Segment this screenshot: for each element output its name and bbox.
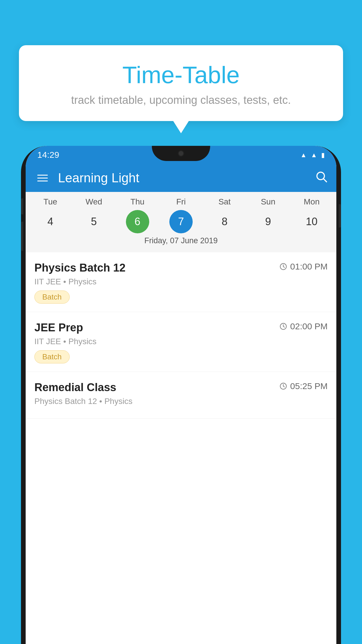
schedule-list: Physics Batch 12 01:00 PM IIT JEE • Phys… [26, 252, 336, 419]
day-header-sun: Sun [256, 197, 280, 206]
day-header-sat: Sat [213, 197, 236, 206]
status-time: 14:29 [37, 150, 59, 160]
signal-icon [311, 151, 317, 159]
app-header: Learning Light [26, 164, 336, 192]
search-icon[interactable] [315, 170, 328, 186]
schedule-time-0: 01:00 PM [279, 262, 328, 272]
day-number-7[interactable]: 7 [169, 210, 193, 233]
day-number-5[interactable]: 5 [82, 210, 106, 233]
notch [152, 146, 210, 161]
day-numbers: 45678910 [26, 210, 336, 233]
calendar-strip: TueWedThuFriSatSunMon 45678910 Friday, 0… [26, 192, 336, 252]
schedule-title-2: Remedial Class [34, 381, 116, 394]
schedule-subtitle-1: IIT JEE • Physics [34, 337, 328, 346]
power-button [339, 204, 341, 228]
battery-icon [321, 151, 325, 159]
schedule-item-0[interactable]: Physics Batch 12 01:00 PM IIT JEE • Phys… [26, 252, 336, 312]
day-header-mon: Mon [300, 197, 323, 206]
day-header-thu: Thu [126, 197, 149, 206]
schedule-subtitle-2: Physics Batch 12 • Physics [34, 397, 328, 406]
svg-line-10 [283, 386, 284, 387]
schedule-time-2: 05:25 PM [279, 381, 328, 391]
schedule-time-1: 02:00 PM [279, 321, 328, 331]
tooltip-subtitle: track timetable, upcoming classes, tests… [36, 94, 326, 106]
hamburger-line-2 [37, 178, 48, 178]
tooltip-card: Time-Table track timetable, upcoming cla… [19, 45, 343, 121]
schedule-subtitle-0: IIT JEE • Physics [34, 277, 328, 286]
day-number-6[interactable]: 6 [126, 210, 149, 233]
app-title: Learning Light [58, 171, 315, 185]
camera [178, 150, 184, 157]
svg-line-7 [283, 326, 284, 327]
schedule-item-header-1: JEE Prep 02:00 PM [34, 321, 328, 334]
phone-frame: 14:29 Learning Light [21, 146, 341, 644]
hamburger-line-1 [37, 175, 48, 176]
schedule-title-1: JEE Prep [34, 321, 83, 334]
day-number-8[interactable]: 8 [213, 210, 236, 233]
clock-icon [279, 322, 287, 330]
status-icons [300, 151, 325, 159]
svg-line-4 [283, 267, 284, 267]
phone-screen: 14:29 Learning Light [26, 146, 336, 644]
volume-down-button [21, 222, 23, 251]
day-header-tue: Tue [39, 197, 62, 206]
schedule-item-header-0: Physics Batch 12 01:00 PM [34, 262, 328, 274]
schedule-item-2[interactable]: Remedial Class 05:25 PM Physics Batch 12… [26, 372, 336, 419]
svg-line-1 [324, 179, 326, 182]
clock-icon [279, 262, 287, 271]
day-number-10[interactable]: 10 [300, 210, 323, 233]
day-header-fri: Fri [169, 197, 193, 206]
schedule-item-header-2: Remedial Class 05:25 PM [34, 381, 328, 394]
wifi-icon [300, 151, 307, 159]
day-number-4[interactable]: 4 [39, 210, 62, 233]
schedule-title-0: Physics Batch 12 [34, 262, 126, 274]
hamburger-line-3 [37, 181, 48, 181]
batch-badge-0: Batch [34, 290, 70, 304]
day-number-9[interactable]: 9 [256, 210, 280, 233]
clock-icon [279, 382, 287, 390]
day-header-wed: Wed [82, 197, 106, 206]
tooltip-title: Time-Table [36, 61, 326, 89]
schedule-item-1[interactable]: JEE Prep 02:00 PM IIT JEE • Physics Batc… [26, 312, 336, 372]
volume-up-button [21, 198, 23, 214]
batch-badge-1: Batch [34, 350, 70, 363]
day-headers: TueWedThuFriSatSunMon [26, 197, 336, 206]
selected-date-label: Friday, 07 June 2019 [26, 233, 336, 249]
menu-button[interactable] [34, 172, 51, 184]
